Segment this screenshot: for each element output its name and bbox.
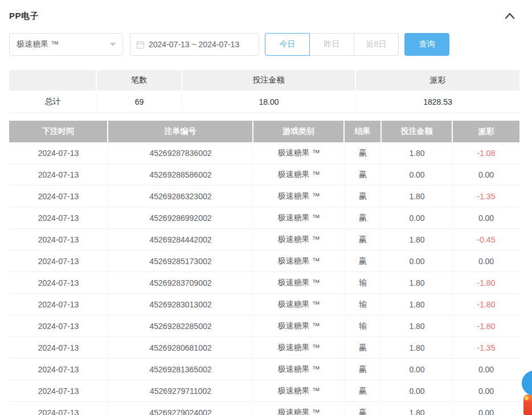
summary-header-empty — [9, 70, 97, 91]
date-range-value: 2024-07-13 ~ 2024-07-13 — [149, 40, 239, 49]
quick-filter-last8days[interactable]: 近8日 — [354, 33, 399, 56]
table-row: 2024-07-13 45269279711002 极速糖果 ™ 赢 0.00 … — [9, 380, 519, 402]
payout-cell: -0.45 — [453, 229, 519, 250]
game-type-cell: 极速糖果 ™ — [253, 229, 345, 250]
calendar-icon — [136, 40, 145, 49]
game-type-cell: 极速糖果 ™ — [253, 164, 345, 186]
summary-total-bet-amount: 18.00 — [182, 91, 356, 113]
bet-amount-cell: 1.80 — [382, 229, 453, 250]
quick-filter-group: 今日 昨日 近8日 — [265, 33, 399, 56]
bet-amount-cell: 0.00 — [382, 207, 453, 229]
summary-total-label: 总计 — [9, 91, 97, 113]
bet-id-cell: 45269279711002 — [108, 380, 253, 402]
payout-cell: 0.00 — [453, 380, 519, 402]
bets-table-body: 2024-07-13 45269287836002 极速糖果 ™ 赢 1.80 … — [9, 142, 519, 415]
result-cell: 赢 — [345, 402, 382, 415]
result-cell: 输 — [345, 294, 382, 315]
bet-amount-cell: 1.80 — [382, 142, 453, 164]
bet-id-cell: 45269285173002 — [108, 250, 253, 272]
game-type-cell: 极速糖果 ™ — [253, 250, 345, 272]
payout-cell: -1.35 — [453, 337, 519, 359]
table-row: 2024-07-13 45269283709002 极速糖果 ™ 输 1.80 … — [9, 272, 519, 294]
game-type-cell: 极速糖果 ™ — [253, 186, 345, 207]
table-row: 2024-07-13 45269286992002 极速糖果 ™ 赢 0.00 … — [9, 207, 519, 229]
bet-id-cell: 45269286323002 — [108, 186, 253, 207]
bet-amount-cell: 0.00 — [382, 380, 453, 402]
table-row: 2024-07-13 45269284442002 极速糖果 ™ 赢 1.80 … — [9, 229, 519, 250]
page-title: PP电子 — [9, 11, 39, 22]
result-cell: 赢 — [345, 229, 382, 250]
result-cell: 赢 — [345, 359, 382, 380]
promo-fab-icon[interactable] — [523, 395, 532, 415]
quick-filter-yesterday[interactable]: 昨日 — [309, 33, 354, 56]
header-bet-id: 注单编号 — [108, 121, 253, 142]
bet-date-cell: 2024-07-13 — [9, 186, 108, 207]
bet-amount-cell: 1.80 — [382, 186, 453, 207]
bets-table: 下注时间 注单编号 游戏类别 结果 投注金额 派彩 2024-07-13 452… — [9, 121, 519, 415]
payout-cell: 0.00 — [453, 164, 519, 186]
header-payout: 派彩 — [453, 121, 519, 142]
header-result: 结果 — [345, 121, 382, 142]
table-row: 2024-07-13 45269283013002 极速糖果 ™ 输 1.80 … — [9, 294, 519, 315]
bet-amount-cell: 0.00 — [382, 250, 453, 272]
table-row: 2024-07-13 45269286323002 极速糖果 ™ 赢 1.80 … — [9, 186, 519, 207]
summary-total-payout: 1828.53 — [356, 91, 519, 113]
table-row: 2024-07-13 45269282285002 极速糖果 ™ 输 1.80 … — [9, 315, 519, 337]
bet-date-cell: 2024-07-13 — [9, 294, 108, 315]
summary-header-count: 笔数 — [97, 70, 182, 91]
result-cell: 赢 — [345, 337, 382, 359]
table-row: 2024-07-13 45269287836002 极速糖果 ™ 赢 1.80 … — [9, 142, 519, 164]
summary-total-count: 69 — [97, 91, 182, 113]
summary-header-row: 笔数 投注金额 派彩 — [9, 70, 519, 91]
table-row: 2024-07-13 45269279024002 极速糖果 ™ 赢 1.80 … — [9, 402, 519, 415]
game-type-cell: 极速糖果 ™ — [253, 142, 345, 164]
result-cell: 赢 — [345, 207, 382, 229]
bet-id-cell: 45269280681002 — [108, 337, 253, 359]
caret-down-icon — [110, 43, 116, 46]
query-button[interactable]: 查询 — [404, 33, 449, 56]
date-range-input[interactable]: 2024-07-13 ~ 2024-07-13 — [130, 33, 259, 56]
payout-cell: 0.00 — [453, 402, 519, 415]
game-select-value: 极速糖果 ™ — [17, 39, 59, 50]
game-type-cell: 极速糖果 ™ — [253, 402, 345, 415]
bet-id-cell: 45269287836002 — [108, 142, 253, 164]
bet-date-cell: 2024-07-13 — [9, 250, 108, 272]
bet-amount-cell: 0.00 — [382, 164, 453, 186]
payout-cell: -1.80 — [453, 272, 519, 294]
payout-cell: -1.35 — [453, 186, 519, 207]
bet-amount-cell: 1.80 — [382, 272, 453, 294]
chevron-up-icon[interactable] — [504, 10, 516, 22]
game-type-cell: 极速糖果 ™ — [253, 272, 345, 294]
game-type-cell: 极速糖果 ™ — [253, 337, 345, 359]
chat-fab-icon[interactable] — [522, 371, 532, 396]
result-cell: 赢 — [345, 164, 382, 186]
bet-date-cell: 2024-07-13 — [9, 315, 108, 337]
bet-date-cell: 2024-07-13 — [9, 164, 108, 186]
payout-cell: -1.80 — [453, 315, 519, 337]
bet-amount-cell: 0.00 — [382, 359, 453, 380]
bet-amount-cell: 1.80 — [382, 294, 453, 315]
payout-cell: 0.00 — [453, 359, 519, 380]
header-bet-time: 下注时间 — [9, 121, 108, 142]
bet-date-cell: 2024-07-13 — [9, 207, 108, 229]
payout-cell: 0.00 — [453, 207, 519, 229]
bet-date-cell: 2024-07-13 — [9, 359, 108, 380]
bet-date-cell: 2024-07-13 — [9, 402, 108, 415]
result-cell: 输 — [345, 272, 382, 294]
report-panel: PP电子 极速糖果 ™ 2024-07-13 ~ 2024-07-13 今日 昨… — [0, 0, 532, 415]
bet-date-cell: 2024-07-13 — [9, 380, 108, 402]
payout-cell: 0.00 — [453, 250, 519, 272]
result-cell: 赢 — [345, 250, 382, 272]
payout-cell: -1.80 — [453, 294, 519, 315]
bet-date-cell: 2024-07-13 — [9, 272, 108, 294]
filter-bar: 极速糖果 ™ 2024-07-13 ~ 2024-07-13 今日 昨日 近8日… — [9, 33, 523, 56]
summary-table: 笔数 投注金额 派彩 总计 69 18.00 1828.53 — [9, 70, 519, 113]
game-type-cell: 极速糖果 ™ — [253, 207, 345, 229]
bet-id-cell: 45269283709002 — [108, 272, 253, 294]
game-select[interactable]: 极速糖果 ™ — [9, 33, 123, 56]
header-bet-amount: 投注金额 — [382, 121, 453, 142]
bet-id-cell: 45269281365002 — [108, 359, 253, 380]
table-row: 2024-07-13 45269280681002 极速糖果 ™ 赢 1.80 … — [9, 337, 519, 359]
quick-filter-today[interactable]: 今日 — [265, 33, 310, 56]
table-row: 2024-07-13 45269281365002 极速糖果 ™ 赢 0.00 … — [9, 359, 519, 380]
